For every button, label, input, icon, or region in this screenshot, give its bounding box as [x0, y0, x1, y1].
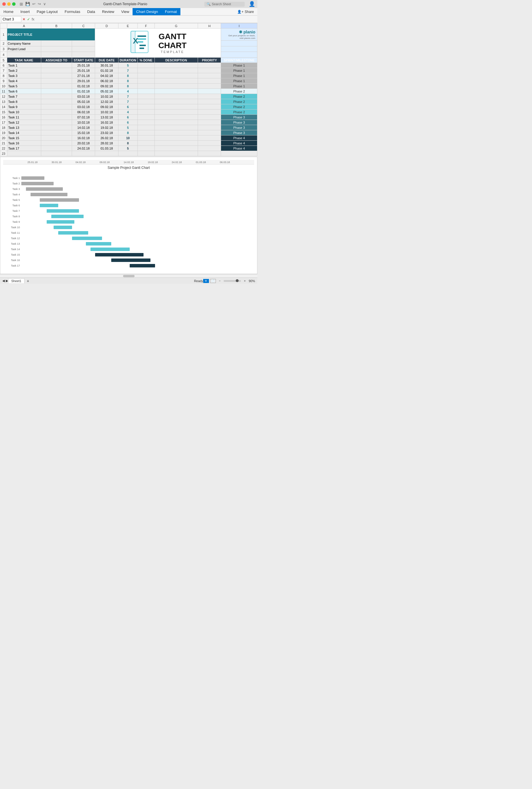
- start-cell[interactable]: 01.02.18: [72, 83, 95, 89]
- minimize-button[interactable]: [7, 2, 11, 6]
- duration-cell[interactable]: 6: [118, 104, 137, 110]
- desc-cell[interactable]: [154, 63, 198, 68]
- assigned-cell[interactable]: [41, 94, 72, 99]
- start-cell[interactable]: 24.02.18: [72, 146, 95, 151]
- col-header-F[interactable]: F: [137, 23, 154, 28]
- due-cell[interactable]: 28.02.18: [95, 141, 118, 146]
- due-cell[interactable]: 30.01.18: [95, 63, 118, 68]
- desc-cell[interactable]: [154, 68, 198, 73]
- due-cell[interactable]: 13.02.18: [95, 115, 118, 120]
- desc-cell[interactable]: [154, 125, 198, 130]
- zoom-plus-icon[interactable]: ＋: [243, 278, 246, 283]
- formula-input[interactable]: [35, 17, 256, 22]
- due-cell[interactable]: 09.02.18: [95, 83, 118, 89]
- desc-cell[interactable]: [154, 130, 198, 135]
- col-header-E[interactable]: E: [118, 23, 137, 28]
- sheet-nav-arrows[interactable]: ◀ ▶: [2, 279, 8, 283]
- priority-cell[interactable]: [198, 146, 221, 151]
- col-header-C[interactable]: C: [72, 23, 95, 28]
- due-cell[interactable]: 19.02.18: [95, 125, 118, 130]
- menu-view[interactable]: View: [118, 8, 133, 15]
- project-lead-cell[interactable]: Project Lead: [7, 46, 41, 52]
- col-header-B[interactable]: B: [41, 23, 72, 28]
- pct-cell[interactable]: [137, 63, 154, 68]
- desc-cell[interactable]: [154, 135, 198, 141]
- task-name-cell[interactable]: Task 3: [7, 73, 41, 78]
- pct-cell[interactable]: [137, 120, 154, 125]
- priority-cell[interactable]: [198, 120, 221, 125]
- menu-format[interactable]: Format: [162, 8, 180, 15]
- priority-cell[interactable]: [198, 63, 221, 68]
- priority-cell[interactable]: [198, 73, 221, 78]
- duration-cell[interactable]: 4: [118, 89, 137, 94]
- close-button[interactable]: [2, 2, 6, 6]
- due-cell[interactable]: 04.02.18: [95, 73, 118, 78]
- start-cell[interactable]: 07.02.18: [72, 115, 95, 120]
- start-cell[interactable]: 25.01.18: [72, 68, 95, 73]
- task-name-cell[interactable]: Task 13: [7, 125, 41, 130]
- task-name-cell[interactable]: Task 7: [7, 94, 41, 99]
- desc-cell[interactable]: [154, 89, 198, 94]
- priority-cell[interactable]: [198, 104, 221, 110]
- name-box[interactable]: [1, 16, 21, 22]
- cell-b3[interactable]: [41, 46, 72, 52]
- assigned-cell[interactable]: [41, 78, 72, 83]
- zoom-slider[interactable]: [224, 280, 241, 282]
- cell-c4[interactable]: [72, 52, 95, 58]
- start-cell[interactable]: 03.02.18: [72, 104, 95, 110]
- more-icon[interactable]: ∨: [43, 2, 46, 6]
- redo-icon[interactable]: ↪: [38, 2, 41, 6]
- task-name-cell[interactable]: Task 10: [7, 110, 41, 115]
- pct-cell[interactable]: [137, 78, 154, 83]
- assigned-cell[interactable]: [41, 68, 72, 73]
- start-cell[interactable]: 06.02.18: [72, 110, 95, 115]
- menu-formulas[interactable]: Formulas: [61, 8, 83, 15]
- col-header-H[interactable]: H: [198, 23, 221, 28]
- pct-cell[interactable]: [137, 73, 154, 78]
- task-name-cell[interactable]: Task 1: [7, 63, 41, 68]
- assigned-cell[interactable]: [41, 146, 72, 151]
- share-button[interactable]: 👤+ Share: [234, 9, 258, 14]
- pct-cell[interactable]: [137, 99, 154, 104]
- start-cell[interactable]: 20.02.18: [72, 141, 95, 146]
- add-sheet-button[interactable]: +: [26, 278, 30, 283]
- due-cell[interactable]: 23.02.18: [95, 130, 118, 135]
- search-box[interactable]: 🔍 Search Sheet: [204, 2, 245, 7]
- col-header-D[interactable]: D: [95, 23, 118, 28]
- pct-cell[interactable]: [137, 89, 154, 94]
- pct-cell[interactable]: [137, 83, 154, 89]
- company-name-cell[interactable]: Company Name: [7, 41, 41, 46]
- pct-cell[interactable]: [137, 104, 154, 110]
- assigned-cell[interactable]: [41, 141, 72, 146]
- function-icon[interactable]: fx: [32, 17, 34, 21]
- duration-cell[interactable]: 7: [118, 99, 137, 104]
- menu-insert[interactable]: Insert: [17, 8, 34, 15]
- start-cell[interactable]: 15.02.18: [72, 130, 95, 135]
- cell-b2[interactable]: [41, 41, 72, 46]
- assigned-cell[interactable]: [41, 99, 72, 104]
- assigned-cell[interactable]: [41, 110, 72, 115]
- start-cell[interactable]: 03.02.18: [72, 94, 95, 99]
- menu-page-layout[interactable]: Page Layout: [33, 8, 61, 15]
- confirm-icon[interactable]: ✓: [27, 17, 30, 21]
- duration-cell[interactable]: 6: [118, 115, 137, 120]
- desc-cell[interactable]: [154, 94, 198, 99]
- zoom-minus-icon[interactable]: －: [218, 278, 221, 283]
- duration-cell[interactable]: 5: [118, 146, 137, 151]
- priority-cell[interactable]: [198, 68, 221, 73]
- task-name-cell[interactable]: Task 4: [7, 78, 41, 83]
- task-name-cell[interactable]: Task 6: [7, 89, 41, 94]
- pct-cell[interactable]: [137, 146, 154, 151]
- duration-cell[interactable]: 8: [118, 141, 137, 146]
- due-cell[interactable]: 10.02.18: [95, 110, 118, 115]
- task-name-cell[interactable]: Task 12: [7, 120, 41, 125]
- undo-icon[interactable]: ↩: [32, 2, 35, 6]
- due-cell[interactable]: 09.02.18: [95, 104, 118, 110]
- assigned-cell[interactable]: [41, 83, 72, 89]
- save-icon[interactable]: 💾: [25, 2, 30, 6]
- start-cell[interactable]: 01.02.18: [72, 89, 95, 94]
- due-cell[interactable]: 12.02.18: [95, 99, 118, 104]
- task-name-cell[interactable]: Task 16: [7, 141, 41, 146]
- due-cell[interactable]: 01.03.18: [95, 146, 118, 151]
- due-cell[interactable]: 01.02.18: [95, 68, 118, 73]
